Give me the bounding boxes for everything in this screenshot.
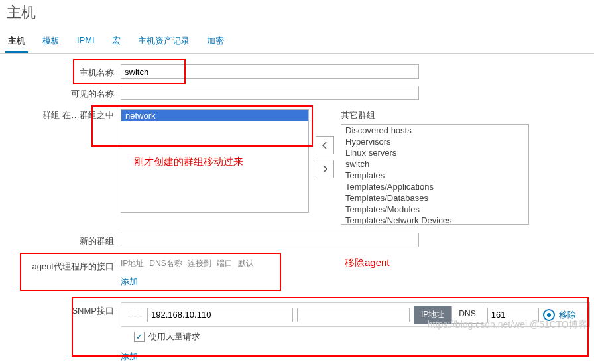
new-group-input[interactable]	[121, 233, 419, 247]
in-groups-option[interactable]: network	[121, 110, 308, 121]
snmp-port-input[interactable]	[487, 308, 539, 322]
conn-dns-button[interactable]: DNS	[451, 306, 483, 324]
other-groups-option[interactable]: Templates/Modules	[341, 204, 528, 215]
snmp-remove-link[interactable]: 移除	[559, 309, 576, 321]
label-visible-name: 可见的名称	[0, 86, 121, 100]
chevron-right-icon	[322, 166, 328, 172]
tab-host[interactable]: 主机	[5, 31, 28, 53]
label-new-group: 新的群组	[0, 233, 121, 247]
agent-header-conn: 连接到	[188, 258, 211, 269]
snmp-add-link[interactable]: 添加	[121, 351, 138, 361]
use-bulk-checkbox[interactable]: ✓	[134, 332, 145, 342]
label-other-groups: 其它群组	[341, 109, 529, 121]
other-groups-option[interactable]: Hypervisors	[341, 136, 528, 147]
other-groups-option[interactable]: Linux servers	[341, 147, 528, 158]
label-host-name: 主机名称	[0, 64, 121, 79]
tab-macros[interactable]: 宏	[109, 31, 123, 53]
snmp-dns-input[interactable]	[297, 308, 410, 322]
drag-handle-icon[interactable]: ⋮⋮⋮	[125, 310, 143, 319]
agent-header-port: 端口	[217, 258, 233, 269]
other-groups-option[interactable]: Templates/Databases	[341, 192, 528, 204]
agent-header-dns: DNS名称	[149, 258, 182, 269]
page-title: 主机	[0, 0, 594, 27]
annotation-move-group: 刚才创建的群组移动过来	[134, 156, 243, 168]
snmp-ip-input[interactable]	[147, 308, 293, 322]
label-in-groups: 群组 在…群组之中	[0, 109, 121, 121]
tab-encryption[interactable]: 加密	[204, 31, 227, 53]
tabs: 主机 模板 IPMI 宏 主机资产记录 加密	[0, 27, 594, 54]
other-groups-option[interactable]: Templates	[341, 170, 528, 181]
use-bulk-label: 使用大量请求	[148, 331, 200, 343]
move-left-button[interactable]	[316, 136, 334, 154]
chevron-left-icon	[322, 142, 328, 149]
snmp-row: ⋮⋮⋮ IP地址 DNS 移除	[121, 302, 590, 327]
snmp-default-radio[interactable]	[543, 309, 555, 321]
other-groups-option[interactable]: Templates/Applications	[341, 181, 528, 192]
other-groups-option[interactable]: Templates/Network Devices	[341, 215, 528, 225]
tab-inventory[interactable]: 主机资产记录	[135, 31, 192, 53]
agent-add-link[interactable]: 添加	[121, 276, 138, 286]
other-groups-listbox[interactable]: Discovered hosts Hypervisors Linux serve…	[341, 124, 529, 225]
label-snmp-if: SNMP接口	[0, 302, 121, 317]
host-name-input[interactable]	[121, 64, 419, 79]
visible-name-input[interactable]	[121, 86, 419, 100]
tab-ipmi[interactable]: IPMI	[74, 31, 97, 53]
agent-header-ip: IP地址	[121, 258, 144, 269]
other-groups-option[interactable]: switch	[341, 158, 528, 170]
annotation-remove-agent: 移除agent	[345, 257, 390, 269]
tab-templates[interactable]: 模板	[40, 31, 62, 53]
agent-header-default: 默认	[238, 258, 254, 269]
label-agent-if: agent代理程序的接口	[0, 258, 121, 273]
other-groups-option[interactable]: Discovered hosts	[341, 125, 528, 136]
move-right-button[interactable]	[316, 160, 334, 178]
conn-ip-button[interactable]: IP地址	[414, 306, 451, 324]
